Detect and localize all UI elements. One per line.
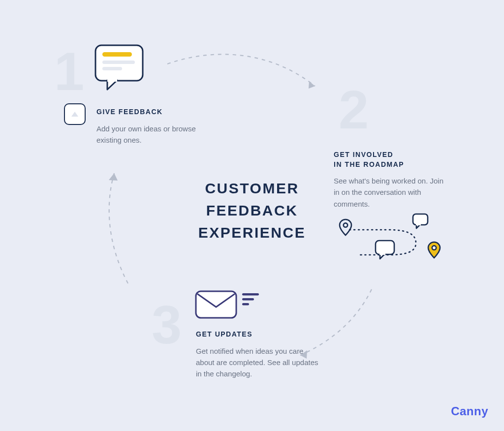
diagram-stage: CUSTOMER FEEDBACK EXPERIENCE 1 GIVE FEED…	[0, 0, 504, 431]
svg-rect-5	[102, 61, 135, 64]
center-title-line3: EXPERIENCE	[168, 221, 336, 244]
svg-marker-0	[309, 81, 315, 89]
center-title-line2: FEEDBACK	[168, 199, 336, 221]
step-2: GET INVOLVED IN THE ROADMAP See what's b…	[334, 150, 457, 210]
feedback-speech-icon	[94, 44, 149, 94]
svg-rect-17	[379, 253, 385, 255]
svg-rect-4	[102, 52, 132, 57]
step-1: GIVE FEEDBACK Add your own ideas or brow…	[96, 107, 224, 146]
svg-point-11	[432, 246, 436, 249]
step-3-title: GET UPDATES	[196, 330, 324, 339]
step-1-title: GIVE FEEDBACK	[96, 107, 224, 117]
svg-rect-8	[107, 79, 117, 82]
svg-rect-20	[242, 298, 254, 301]
svg-marker-2	[109, 173, 118, 181]
svg-point-10	[344, 223, 347, 227]
step-3: GET UPDATES Get notified when ideas you …	[196, 330, 324, 379]
step-3-number: 3	[152, 298, 180, 352]
svg-rect-18	[196, 291, 236, 318]
step-3-body: Get notified when ideas you care about a…	[196, 345, 319, 380]
step-1-body: Add your own ideas or browse existing on…	[96, 123, 210, 146]
svg-rect-21	[242, 303, 249, 306]
svg-rect-14	[416, 223, 421, 225]
step-2-body: See what's being worked on. Join in on t…	[334, 175, 449, 210]
center-title-line1: CUSTOMER	[168, 177, 336, 199]
svg-marker-9	[71, 112, 78, 117]
upvote-icon	[64, 103, 86, 125]
step-2-title-line2: IN THE ROADMAP	[334, 160, 457, 170]
step-2-title-line1: GET INVOLVED	[334, 150, 457, 160]
center-title: CUSTOMER FEEDBACK EXPERIENCE	[168, 177, 336, 244]
svg-rect-12	[413, 214, 428, 225]
brand-logo: Canny	[451, 404, 488, 418]
svg-rect-6	[102, 67, 122, 70]
mail-illustration	[195, 288, 269, 323]
svg-rect-19	[242, 293, 259, 296]
step-2-number: 2	[339, 83, 367, 137]
step-1-number: 1	[54, 44, 82, 98]
roadmap-illustration	[330, 213, 453, 272]
svg-rect-15	[376, 241, 394, 254]
